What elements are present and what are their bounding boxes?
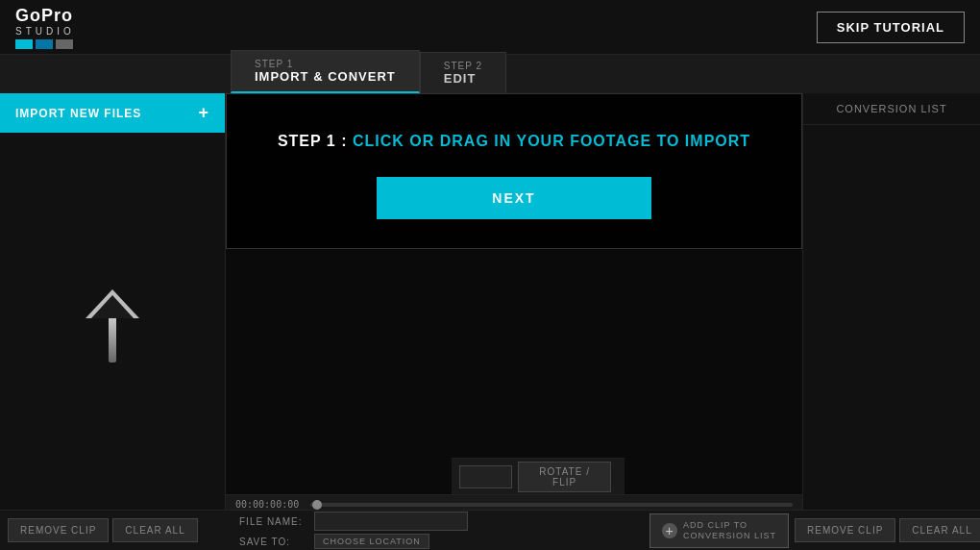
arrow-head	[86, 289, 139, 318]
left-sidebar: IMPORT NEW FILES + REMOVE CLIP CLEAR ALL	[0, 93, 226, 550]
time-display: 00:00:00:00	[235, 499, 303, 510]
scrubber-track[interactable]	[310, 503, 793, 507]
step-tabs: STEP 1 IMPORT & CONVERT STEP 2 EDIT	[0, 55, 980, 93]
bottom-remove-clip-button[interactable]: REMOVE CLIP	[8, 518, 109, 542]
upload-arrow-icon	[79, 289, 146, 366]
scrubber-handle[interactable]	[312, 500, 322, 510]
center-area: STEP 1 : CLICK OR DRAG IN YOUR FOOTAGE T…	[226, 93, 802, 550]
time-scrubber-row: 00:00:00:00	[235, 499, 793, 510]
thumbnail-area	[459, 465, 512, 488]
bottom-clear-all-button[interactable]: CLEAR ALL	[112, 518, 197, 542]
top-bar: GoPro STUDIO SKIP TUTORIAL	[0, 0, 980, 55]
tab-edit[interactable]: STEP 2 EDIT	[420, 52, 506, 93]
conversion-list-content	[803, 125, 980, 512]
logo-box-3	[56, 39, 73, 49]
skip-tutorial-button[interactable]: SKIP TUTORIAL	[817, 12, 965, 43]
rotate-flip-button[interactable]: ROTATE / FLIP	[518, 462, 611, 492]
step2-num: STEP 2	[444, 61, 482, 71]
tutorial-overlay: STEP 1 : CLICK OR DRAG IN YOUR FOOTAGE T…	[226, 93, 802, 249]
add-to-conversion-button[interactable]: + ADD CLIP TOCONVERSION LIST	[649, 513, 789, 548]
tab-import-convert[interactable]: STEP 1 IMPORT & CONVERT	[231, 50, 420, 93]
saveto-label: SAVE TO:	[239, 537, 306, 547]
left-bottom-section: REMOVE CLIP CLEAR ALL	[8, 518, 233, 542]
logo-box-2	[36, 39, 53, 49]
import-new-files-button[interactable]: IMPORT NEW FILES +	[0, 93, 225, 133]
logo-boxes	[15, 39, 75, 49]
center-bottom-controls: ROTATE / FLIP	[452, 458, 625, 494]
tutorial-step-label: STEP 1 :	[278, 133, 348, 149]
choose-location-button[interactable]: CHOOSE LOCATION	[314, 534, 429, 549]
plus-icon: +	[198, 103, 209, 123]
bottom-bar: REMOVE CLIP CLEAR ALL FILE NAME: SAVE TO…	[0, 510, 980, 550]
sidebar-content	[0, 133, 225, 523]
main-layout: IMPORT NEW FILES + REMOVE CLIP CLEAR ALL…	[0, 93, 980, 550]
filename-label: FILE NAME:	[239, 516, 306, 527]
conversion-list-header: CONVERSION LIST	[803, 93, 980, 125]
import-new-files-label: IMPORT NEW FILES	[15, 107, 141, 120]
logo-studio: STUDIO	[15, 26, 75, 37]
right-bottom-clear-button[interactable]: CLEAR ALL	[899, 518, 980, 542]
next-button[interactable]: NEXT	[377, 177, 650, 219]
right-sidebar: CONVERSION LIST REMOVE CLIP CLEAR ALL	[802, 93, 980, 550]
saveto-row: SAVE TO: CHOOSE LOCATION	[239, 534, 644, 549]
tutorial-step-text: STEP 1 : CLICK OR DRAG IN YOUR FOOTAGE T…	[278, 133, 750, 150]
logo-box-1	[15, 39, 33, 49]
step1-num: STEP 1	[255, 59, 396, 69]
step1-name: IMPORT & CONVERT	[255, 69, 396, 84]
filename-area: FILE NAME: SAVE TO: CHOOSE LOCATION	[239, 512, 644, 549]
step2-name: EDIT	[444, 71, 477, 86]
logo-gopro: GoPro	[15, 6, 73, 26]
right-bottom-remove-button[interactable]: REMOVE CLIP	[795, 518, 895, 542]
filename-input[interactable]	[314, 512, 468, 531]
logo-area: GoPro STUDIO	[15, 6, 75, 49]
add-icon: +	[662, 523, 677, 538]
tutorial-action-text: CLICK OR DRAG IN YOUR FOOTAGE TO IMPORT	[353, 133, 750, 149]
add-clip-label: ADD CLIP TOCONVERSION LIST	[683, 520, 776, 541]
right-bottom-section: REMOVE CLIP CLEAR ALL	[795, 518, 972, 542]
arrow-shaft	[109, 316, 116, 362]
filename-row: FILE NAME:	[239, 512, 644, 531]
